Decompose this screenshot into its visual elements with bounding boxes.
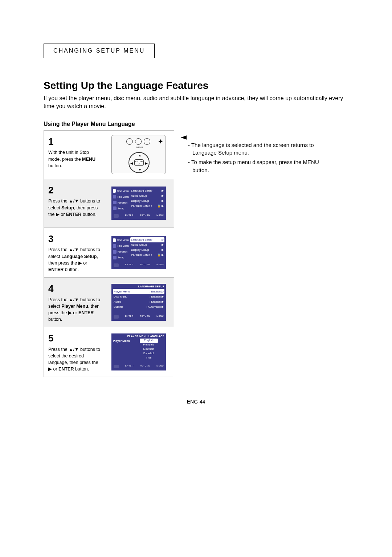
osd-row: Language Setup▶ [130,188,164,193]
note-item: To make the setup menu disappear, press … [188,158,319,174]
step-1: 1 With the unit in Stop mode, press the … [44,130,174,179]
subheading: Using the Player Menu Language [44,121,348,127]
osd-title: PLAYER MENU LANGUAGE [113,335,164,337]
step-text: Press the ▲/▼ buttons to select Player M… [48,297,100,322]
step-text: Press the ▲/▼ buttons to select the desi… [48,347,100,372]
osd-footer: ENTER RETURN MENU [113,213,164,218]
osd-language-setup-list: LANGUAGE SETUP Player Menu: English ▷ Di… [111,284,166,321]
chevron-right-icon: ▶ [162,243,164,246]
osd-footer: ENTER RETURN MENU [113,364,164,369]
step-number: 2 [48,184,103,197]
osd-setup-screen: Disc Menu Title Menu Function Setup Lang… [111,187,166,220]
page-number: ENG-44 [44,399,348,405]
lock-icon: 🔒 [157,253,161,257]
remote-play-icon [144,138,150,145]
title-icon [113,244,116,248]
osd-side-item: Setup [113,255,129,261]
note-item: The language is selected and the screen … [188,141,319,157]
osd-footer: ENTER RETURN MENU [113,314,164,319]
osd-side-item: Setup [113,205,129,211]
chevron-right-icon: ▶ [162,194,164,197]
down-arrow-icon: ▼ [138,168,142,172]
step-4: 4 Press the ▲/▼ buttons to select Player… [44,277,174,327]
step-3: 3 Press the ▲/▼ buttons to select Langua… [44,228,174,277]
osd-side-item: Disc Menu [113,237,129,243]
osd-row-selected: Player Menu: English ▷ [113,289,164,294]
page-title: Setting Up the Language Features [44,80,348,91]
gear-icon [113,206,117,210]
osd-row: Display Setup▶ [130,198,164,203]
osd-side-item: Title Menu [113,243,129,249]
remote-illustration: ✦ MENU ▲ ▼ ◀ ▶ ENTER⏎ [111,135,166,174]
osd-side-item: Title Menu [113,194,129,200]
osd-option: Español [133,352,164,356]
section-chapter-label: CHANGING SETUP MENU [53,48,145,54]
chevron-right-icon: ▶ [162,295,164,298]
nav-icon [114,263,119,267]
chevron-right-icon: ▶ [162,248,164,251]
osd-row: Audio Setup▶ [130,193,164,198]
remote-stop-icon [135,138,142,145]
remote-nav-pad: ▲ ▼ ◀ ▶ ENTER⏎ [128,152,150,173]
chevron-right-icon: ▷ [162,238,164,241]
step-text: With the unit in Stop mode, press the ME… [48,150,95,168]
osd-field-label: Player Menu [113,339,133,362]
step-2: 2 Press the ▲/▼ buttons to select Setup,… [44,179,174,228]
intro-paragraph: If you set the player menu, disc menu, a… [44,94,348,111]
step-text: Press the ▲/▼ buttons to select Language… [48,247,100,272]
remote-prev-icon [126,138,133,145]
left-arrow-icon: ◀ [130,161,133,165]
disc-icon [113,238,116,242]
osd-option: Français [133,343,164,347]
step-number: 1 [48,135,103,149]
chevron-right-icon: ▶ [162,305,164,308]
osd-row: Subtitle: Automatic ▶ [113,304,164,309]
osd-option: Deutsch [133,347,164,352]
step-number: 3 [48,232,103,246]
step-text: Press the ▲/▼ buttons to select Setup, t… [48,198,100,217]
gear-icon [113,256,117,259]
osd-side-item: Disc Menu [113,188,129,194]
osd-option: Thai [133,356,164,360]
osd-row: Parental Setup :🔒 ▶ [130,253,164,258]
nav-icon [114,315,119,319]
right-arrow-icon: ▶ [145,161,148,165]
step-5: 5 Press the ▲/▼ buttons to select the de… [44,327,174,377]
osd-language-setup-highlight: Disc Menu Title Menu Function Setup Lang… [111,236,166,269]
step-number: 4 [48,282,103,296]
osd-row: Audio: English ▶ [113,299,164,304]
left-arrow-icon: ◀ [181,133,187,141]
title-icon [113,195,116,198]
chevron-right-icon: ▶ [162,189,164,192]
chevron-right-icon: ▶ [162,199,164,202]
osd-side-item: Function [113,249,129,255]
remote-menu-label: MENU [136,146,143,148]
section-chapter-box: CHANGING SETUP MENU [44,44,155,58]
steps-column: 1 With the unit in Stop mode, press the … [44,130,174,377]
osd-row: Audio Setup▶ [130,242,164,247]
osd-side-item: Function [113,200,129,205]
disc-icon [113,189,116,193]
up-arrow-icon: ▲ [138,153,142,157]
nav-icon [114,365,119,368]
osd-player-menu-language: PLAYER MENU LANGUAGE Player Menu English… [111,333,166,370]
function-icon [113,250,117,254]
osd-row: Parental Setup :🔒 ▶ [130,203,164,208]
osd-title: LANGUAGE SETUP [113,285,164,288]
osd-row-selected: Language Setup▷ [130,237,164,242]
osd-footer: ENTER RETURN MENU [113,263,164,268]
side-notes: ◀ The language is selected and the scree… [181,130,319,176]
lock-icon: 🔒 [157,204,161,208]
osd-option-selected: English [140,339,158,343]
chevron-right-icon: ▶ [162,204,164,208]
step-number: 5 [48,332,103,345]
remote-enter-button: ENTER⏎ [134,159,144,166]
osd-row: Display Setup▶ [130,247,164,253]
remote-flash-icon: ✦ [158,138,163,146]
function-icon [113,201,117,204]
chevron-right-icon: ▷ [162,290,164,293]
chevron-right-icon: ▶ [162,253,164,257]
osd-row: Disc Menu: English ▶ [113,294,164,299]
chevron-right-icon: ▶ [162,300,164,303]
nav-icon [114,214,119,218]
